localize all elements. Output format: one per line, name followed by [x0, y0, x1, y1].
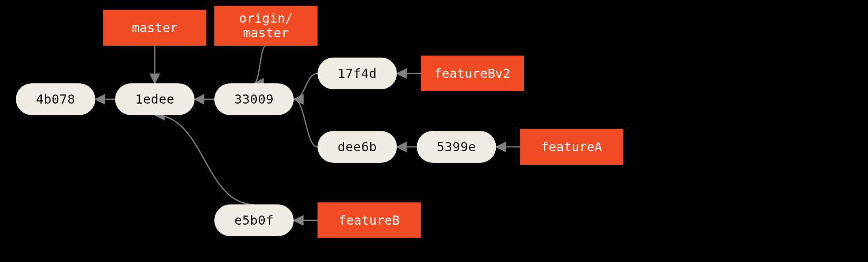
branch-label: master — [132, 21, 178, 35]
commit-dee6b: dee6b — [318, 131, 397, 163]
commit-4b078: 4b078 — [16, 83, 95, 115]
commit-5399e: 5399e — [417, 131, 496, 163]
branch-featureA: featureA — [520, 129, 623, 165]
branch-master: master — [103, 10, 206, 46]
branch-label: featureBv2 — [434, 66, 511, 81]
edge — [294, 99, 318, 147]
commit-hash: 33009 — [235, 92, 274, 107]
branch-label: origin/ master — [239, 11, 293, 40]
commit-hash: 17f4d — [338, 66, 377, 81]
commit-17f4d: 17f4d — [318, 58, 397, 89]
commit-hash: 5399e — [437, 139, 476, 154]
commit-hash: e5b0f — [235, 213, 274, 228]
edge — [155, 115, 254, 204]
commit-hash: 1edee — [135, 92, 175, 107]
commit-33009: 33009 — [214, 83, 294, 115]
branch-label: featureA — [541, 140, 602, 154]
git-graph-diagram: { "commits": { "c_4b078": "4b078", "c_1e… — [0, 0, 868, 262]
commit-e5b0f: e5b0f — [214, 204, 294, 236]
commit-hash: dee6b — [338, 139, 377, 154]
edge — [294, 73, 318, 99]
commit-hash: 4b078 — [36, 92, 75, 107]
branch-featureB: featureB — [318, 202, 421, 238]
branch-featureBv2: featureBv2 — [421, 56, 524, 91]
branch-label: featureB — [339, 213, 400, 228]
edge — [254, 46, 266, 83]
branch-origin-master: origin/ master — [214, 6, 318, 46]
commit-1edee: 1edee — [115, 83, 194, 115]
